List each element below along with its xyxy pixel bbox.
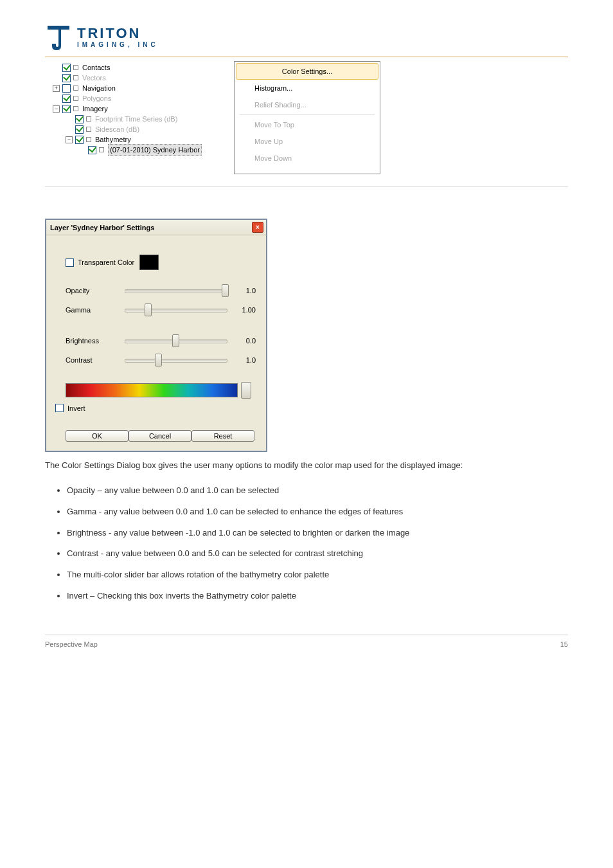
gamma-label: Gamma xyxy=(66,306,122,314)
menu-item: Move Up xyxy=(236,133,378,150)
list-item: Contrast - any value between 0.0 and 5.0… xyxy=(67,548,568,560)
tree-item[interactable]: +Navigation xyxy=(45,83,224,93)
expand-icon[interactable]: − xyxy=(66,136,73,143)
tree-item-label: Vectors xyxy=(82,73,106,83)
expand-icon xyxy=(53,95,60,102)
layer-swatch-icon xyxy=(73,86,78,91)
opacity-value: 1.0 xyxy=(233,287,256,294)
tree-item-label: Bathymetry xyxy=(95,134,131,145)
tree-item-label: Navigation xyxy=(82,83,116,93)
logo-line1: TRITON xyxy=(77,26,159,41)
invert-label: Invert xyxy=(67,404,85,412)
contrast-row: Contrast 1.0 xyxy=(66,354,256,366)
logo-text: TRITON IMAGING, INC xyxy=(77,26,159,48)
dialog-title: Layer 'Sydney Harbor' Settings xyxy=(50,224,154,231)
opacity-row: Opacity 1.0 xyxy=(66,284,256,297)
brightness-value: 0.0 xyxy=(233,337,256,345)
expand-icon xyxy=(53,64,60,71)
tree-item-label: Sidescan (dB) xyxy=(95,124,139,134)
visibility-checkbox[interactable] xyxy=(75,136,84,144)
tree-item[interactable]: Polygons xyxy=(45,93,224,104)
tree-item[interactable]: Footprint Time Series (dB) xyxy=(45,114,224,124)
tree-item-label: (07-01-2010) Sydney Harbor xyxy=(108,144,202,156)
logo-line2: IMAGING, INC xyxy=(77,42,159,48)
contrast-slider[interactable] xyxy=(125,354,227,366)
list-item: The multi-color slider bar allows rotati… xyxy=(67,569,568,581)
footer-left: Perspective Map xyxy=(45,640,98,648)
expand-icon[interactable]: + xyxy=(53,85,60,92)
context-menu: Color Settings...Histogram...Relief Shad… xyxy=(234,61,380,174)
brightness-slider[interactable] xyxy=(125,334,227,347)
visibility-checkbox[interactable] xyxy=(62,74,71,82)
palette-rotation-slider[interactable] xyxy=(66,383,238,397)
intro-paragraph: The Color Settings Dialog box gives the … xyxy=(45,460,568,472)
color-settings-dialog: Layer 'Sydney Harbor' Settings × Transpa… xyxy=(45,219,267,452)
page-footer: Perspective Map 15 xyxy=(45,635,568,648)
menu-item: Move To Top xyxy=(236,116,378,133)
tree-item[interactable]: Sidescan (dB) xyxy=(45,124,224,134)
list-item: Invert – Checking this box inverts the B… xyxy=(67,590,568,602)
expand-icon xyxy=(66,126,73,133)
opacity-slider[interactable] xyxy=(125,284,227,297)
visibility-checkbox[interactable] xyxy=(62,84,71,93)
expand-icon xyxy=(66,116,73,123)
list-item: Gamma - any value between 0.0 and 1.0 ca… xyxy=(67,506,568,518)
expand-icon xyxy=(53,75,60,82)
list-item: Opacity – any value between 0.0 and 1.0 … xyxy=(67,485,568,497)
reset-button[interactable]: Reset xyxy=(191,430,254,442)
transparent-color-label: Transparent Color xyxy=(78,258,134,266)
visibility-checkbox[interactable] xyxy=(75,125,84,134)
tree-item-label: Imagery xyxy=(82,104,108,114)
visibility-checkbox[interactable] xyxy=(62,105,71,113)
gamma-slider[interactable] xyxy=(125,303,227,316)
layer-tree[interactable]: ContactsVectors+NavigationPolygons−Image… xyxy=(45,61,224,174)
opacity-label: Opacity xyxy=(66,287,122,294)
layer-swatch-icon xyxy=(99,147,104,152)
layer-swatch-icon xyxy=(73,75,78,80)
layer-swatch-icon xyxy=(86,116,91,122)
visibility-checkbox[interactable] xyxy=(62,95,71,103)
layer-swatch-icon xyxy=(86,127,91,132)
menu-separator xyxy=(240,114,375,115)
close-icon[interactable]: × xyxy=(252,222,263,233)
menu-item: Move Down xyxy=(236,150,378,167)
expand-icon[interactable]: − xyxy=(53,105,60,113)
cancel-button[interactable]: Cancel xyxy=(129,430,191,442)
contrast-value: 1.0 xyxy=(233,356,256,364)
palette-rotation-thumb[interactable] xyxy=(241,382,251,399)
invert-checkbox[interactable] xyxy=(55,404,64,412)
tree-item[interactable]: (07-01-2010) Sydney Harbor xyxy=(45,145,224,155)
gamma-value: 1.00 xyxy=(233,306,256,314)
tree-item[interactable]: −Bathymetry xyxy=(45,134,224,145)
tree-item-label: Footprint Time Series (dB) xyxy=(95,114,177,124)
brightness-label: Brightness xyxy=(66,337,122,345)
visibility-checkbox[interactable] xyxy=(75,115,84,123)
layer-swatch-icon xyxy=(73,65,78,70)
tree-item-label: Contacts xyxy=(82,62,110,73)
menu-item: Relief Shading... xyxy=(236,96,378,113)
layer-swatch-icon xyxy=(73,106,78,111)
tree-item[interactable]: −Imagery xyxy=(45,104,224,114)
logo-icon xyxy=(45,23,72,51)
expand-icon xyxy=(78,147,85,154)
ok-button[interactable]: OK xyxy=(66,430,129,442)
layer-swatch-icon xyxy=(73,96,78,101)
layer-swatch-icon xyxy=(86,137,91,142)
tree-item[interactable]: Vectors xyxy=(45,73,224,83)
gamma-row: Gamma 1.00 xyxy=(66,303,256,316)
footer-right: 15 xyxy=(560,640,568,648)
visibility-checkbox[interactable] xyxy=(62,64,71,72)
brightness-row: Brightness 0.0 xyxy=(66,334,256,347)
transparent-color-swatch[interactable] xyxy=(139,255,159,270)
visibility-checkbox[interactable] xyxy=(88,146,96,154)
transparent-color-checkbox[interactable] xyxy=(66,258,74,267)
bullet-list: Opacity – any value between 0.0 and 1.0 … xyxy=(67,485,568,602)
menu-item[interactable]: Color Settings... xyxy=(236,63,378,80)
brand-logo: TRITON IMAGING, INC xyxy=(45,19,568,57)
tree-item[interactable]: Contacts xyxy=(45,62,224,73)
contrast-label: Contrast xyxy=(66,356,122,364)
list-item: Brightness - any value between -1.0 and … xyxy=(67,527,568,539)
tree-item-label: Polygons xyxy=(82,93,111,104)
menu-item[interactable]: Histogram... xyxy=(236,80,378,96)
